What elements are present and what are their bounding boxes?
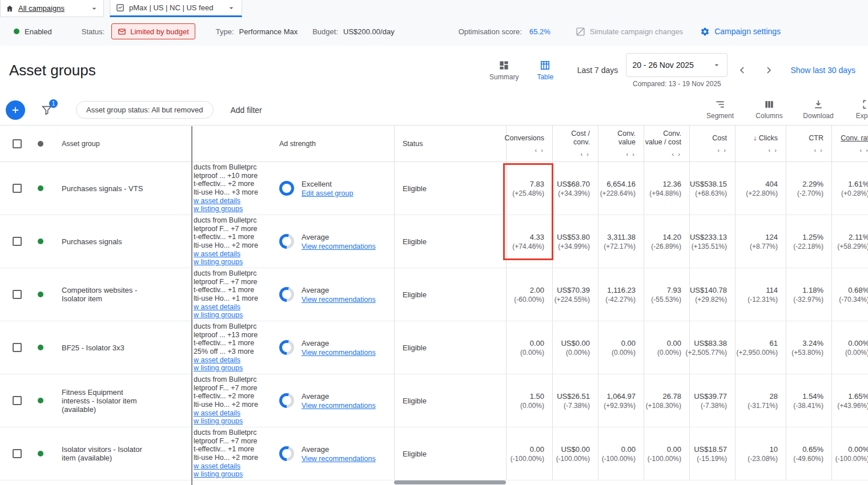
date-range-dropdown[interactable]: 20 - 26 Nov 2025 — [626, 53, 728, 77]
campaign-budget[interactable]: Budget: US$200.00/day — [312, 27, 394, 36]
view-asset-details-link[interactable]: w asset details — [194, 303, 240, 312]
product-line: ducts from Bulletprc — [194, 216, 256, 225]
view-asset-details-link[interactable]: w asset details — [194, 409, 240, 418]
view-asset-details-link[interactable]: w asset details — [194, 197, 240, 205]
column-header-ad-strength[interactable]: Ad strength — [270, 126, 394, 161]
metric-value: 14.20 — [662, 233, 681, 241]
expand-button[interactable]: Expand — [851, 99, 868, 120]
compare-toggle-icon[interactable]: ‹ › — [672, 151, 681, 157]
column-header-conv-value-per-cost[interactable]: Conv. value / cost ‹ › — [644, 126, 689, 161]
view-listing-groups-link[interactable]: w listing groups — [194, 258, 243, 266]
asset-group-name[interactable]: Competitors websites - Isolator item — [62, 286, 150, 303]
conv-value-cell: 1,064.97 (+92.93%) — [598, 374, 644, 427]
asset-group-name[interactable]: Fitness Equipment interests - Isolator i… — [62, 388, 150, 414]
column-header-conv-rate[interactable]: Conv. rat ‹ › — [831, 126, 868, 161]
ad-strength-action-link[interactable]: View recommendations — [302, 242, 376, 250]
show-last-30-days-link[interactable]: Show last 30 days — [790, 66, 855, 75]
compare-toggle-icon[interactable]: ‹ › — [814, 147, 823, 153]
asset-group-name[interactable]: Purchases signals — [62, 237, 122, 246]
add-filter-button[interactable]: Add filter — [231, 106, 262, 115]
google-ads-asset-groups-page: All campaigns pMax | US | NC | US feed E… — [0, 0, 868, 485]
all-campaigns-selector[interactable]: All campaigns — [0, 0, 104, 17]
cost-per-conv-cell: US$70.39 (+224.55%) — [552, 268, 598, 321]
segment-button[interactable]: Segment — [704, 99, 737, 120]
limited-by-budget-badge[interactable]: Limited by budget — [111, 23, 195, 39]
compare-toggle-icon[interactable]: ‹ › — [581, 151, 590, 157]
chevron-down-icon[interactable] — [227, 3, 236, 13]
filter-chip-asset-group-status[interactable]: Asset group status: All but removed — [76, 101, 214, 119]
ad-strength-action-link[interactable]: View recommendations — [302, 296, 376, 304]
filter-button[interactable]: 1 — [41, 104, 53, 116]
view-toggle-summary[interactable]: Summary — [484, 60, 525, 81]
chevron-down-icon[interactable] — [90, 4, 99, 13]
view-listing-groups-link[interactable]: w listing groups — [194, 205, 243, 213]
column-header-cost-per-conv[interactable]: Cost / conv. ‹ › — [552, 126, 598, 161]
asset-group-name[interactable]: BF25 - Isolator 3x3 — [62, 343, 124, 352]
all-campaigns-label[interactable]: All campaigns — [18, 4, 65, 13]
product-line: 25% off ... +3 more — [194, 347, 254, 356]
compare-toggle-icon[interactable]: ‹ › — [860, 147, 868, 153]
metric-value: 2.29% — [802, 180, 823, 188]
table-tools: Segment Columns Download Expand — [704, 99, 868, 120]
view-asset-details-link[interactable]: w asset details — [194, 250, 240, 258]
view-listing-groups-link[interactable]: w listing groups — [194, 311, 243, 320]
ad-strength-action-link[interactable]: Edit asset group — [302, 189, 353, 197]
asset-group-name[interactable]: Isolator visitors - Isolator item (avail… — [62, 445, 150, 462]
row-checkbox[interactable] — [13, 184, 22, 193]
metric-delta: (-100.00%) — [511, 455, 544, 463]
columns-button[interactable]: Columns — [753, 99, 786, 120]
metric-value: 7.93 — [667, 286, 681, 294]
view-listing-groups-link[interactable]: w listing groups — [194, 364, 243, 373]
download-icon — [813, 99, 824, 110]
enabled-indicator[interactable]: Enabled — [14, 27, 52, 36]
column-header-ctr[interactable]: CTR ‹ › — [786, 126, 831, 161]
view-toggle-table[interactable]: Table — [525, 60, 566, 81]
metric-value: 61 — [770, 339, 778, 347]
optimisation-score[interactable]: Optimisation score: 65.2% — [459, 27, 550, 36]
compare-toggle-icon[interactable]: ‹ › — [769, 147, 778, 153]
add-asset-group-button[interactable] — [6, 100, 25, 120]
view-listing-groups-link[interactable]: w listing groups — [194, 417, 243, 426]
download-button[interactable]: Download — [802, 99, 835, 120]
metric-delta: (+34.99%) — [558, 242, 590, 250]
row-checkbox[interactable] — [13, 290, 22, 299]
row-checkbox[interactable] — [13, 237, 22, 246]
column-header-clicks[interactable]: ↓ Clicks ‹ › — [735, 126, 786, 161]
next-period-button[interactable] — [757, 59, 780, 82]
compare-toggle-icon[interactable]: ‹ › — [535, 147, 544, 153]
campaign-tab[interactable]: pMax | US | NC | US feed — [110, 0, 242, 17]
conversions-cell: 2.00 (-60.00%) — [506, 268, 552, 321]
column-header-cost[interactable]: Cost ‹ › — [689, 126, 735, 161]
select-all-checkbox[interactable] — [13, 139, 22, 148]
campaign-settings-button[interactable]: Campaign settings — [700, 27, 781, 37]
row-checkbox[interactable] — [13, 343, 22, 352]
segment-icon — [714, 99, 726, 110]
column-header-status[interactable]: Status — [394, 126, 506, 161]
horizontal-scrollbar[interactable] — [394, 480, 506, 484]
column-header-conv-value[interactable]: Conv. value ‹ › — [598, 126, 644, 161]
sort-descending-icon: ↓ — [753, 134, 757, 142]
simulate-changes-button: Simulate campaign changes — [576, 27, 683, 37]
ad-strength-action-link[interactable]: View recommendations — [302, 402, 376, 410]
ad-strength-cell: Average View recommendations — [270, 268, 394, 321]
ad-strength-action-link[interactable]: View recommendations — [302, 349, 376, 357]
view-asset-details-link[interactable]: w asset details — [194, 356, 240, 365]
column-resize-line[interactable] — [191, 126, 192, 485]
ad-strength-action-link[interactable]: View recommendations — [302, 455, 376, 463]
compare-toggle-icon[interactable]: ‹ › — [626, 151, 636, 157]
column-header-asset-group[interactable]: Asset group — [57, 126, 191, 161]
column-header-conversions[interactable]: Conversions ‹ › — [506, 126, 552, 161]
previous-period-button[interactable] — [731, 59, 754, 82]
cost-cell: US$39.77 (-7.38%) — [689, 374, 735, 427]
metric-delta: (-22.18%) — [793, 242, 823, 250]
view-asset-details-link[interactable]: w asset details — [194, 462, 240, 471]
row-checkbox[interactable] — [13, 449, 22, 458]
compare-toggle-icon[interactable]: ‹ › — [718, 147, 727, 153]
row-checkbox[interactable] — [13, 396, 22, 405]
table-row: Purchases signals - VTS ducts from Bulle… — [0, 162, 868, 215]
conv-rate-cell: 0.00% (0.00%) — [831, 321, 868, 374]
asset-group-name[interactable]: Purchases signals - VTS — [62, 184, 143, 193]
metric-delta: (-7.38%) — [564, 402, 590, 410]
view-listing-groups-link[interactable]: w listing groups — [194, 470, 243, 479]
metric-value: US$18.57 — [694, 445, 727, 454]
